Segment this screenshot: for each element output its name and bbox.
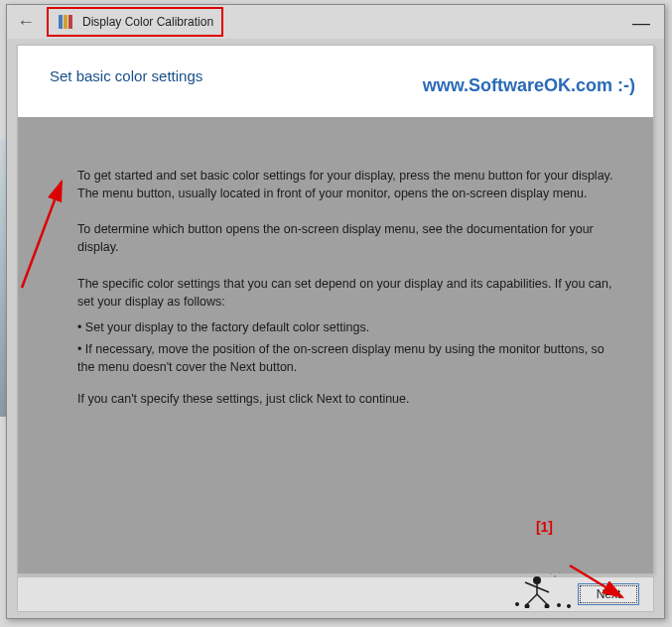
- content-body: To get started and set basic color setti…: [18, 117, 653, 573]
- annotation-label-1: [1]: [536, 519, 553, 535]
- svg-rect-0: [59, 15, 63, 29]
- svg-line-6: [537, 587, 549, 592]
- doodle-figure: [507, 570, 577, 610]
- svg-point-9: [515, 602, 519, 606]
- minimize-button[interactable]: —: [632, 13, 650, 34]
- svg-line-7: [527, 594, 537, 604]
- svg-point-16: [550, 572, 552, 574]
- svg-point-11: [545, 604, 550, 609]
- svg-point-13: [567, 604, 571, 608]
- paragraph-2: To determine which button opens the on-s…: [77, 220, 617, 256]
- paragraph-1: To get started and set basic color setti…: [77, 167, 617, 202]
- svg-point-15: [558, 571, 560, 573]
- titlebar: ← Display Color Calibration —: [7, 5, 664, 39]
- paragraph-3: The specific color settings that you can…: [77, 275, 617, 311]
- window-title: Display Color Calibration: [82, 15, 213, 29]
- calibration-icon: [57, 13, 74, 31]
- svg-point-10: [525, 604, 530, 609]
- next-button[interactable]: Next: [578, 583, 639, 605]
- bullet-2: • If necessary, move the position of the…: [77, 340, 617, 376]
- back-button[interactable]: ←: [17, 12, 35, 33]
- title-highlight-box: Display Color Calibration: [47, 7, 223, 37]
- svg-rect-2: [68, 15, 72, 29]
- bullet-1: • Set your display to the factory defaul…: [77, 318, 617, 336]
- paragraph-4: If you can't specify these settings, jus…: [77, 390, 617, 408]
- svg-line-8: [537, 594, 547, 604]
- content-panel: Set basic color settings www.SoftwareOK.…: [17, 45, 654, 574]
- svg-rect-1: [64, 15, 67, 29]
- calibration-window: ← Display Color Calibration — Set basic …: [6, 4, 665, 619]
- svg-point-3: [533, 576, 541, 584]
- watermark-text: www.SoftwareOK.com :-): [423, 75, 635, 96]
- svg-point-14: [554, 575, 556, 577]
- svg-point-12: [557, 603, 561, 607]
